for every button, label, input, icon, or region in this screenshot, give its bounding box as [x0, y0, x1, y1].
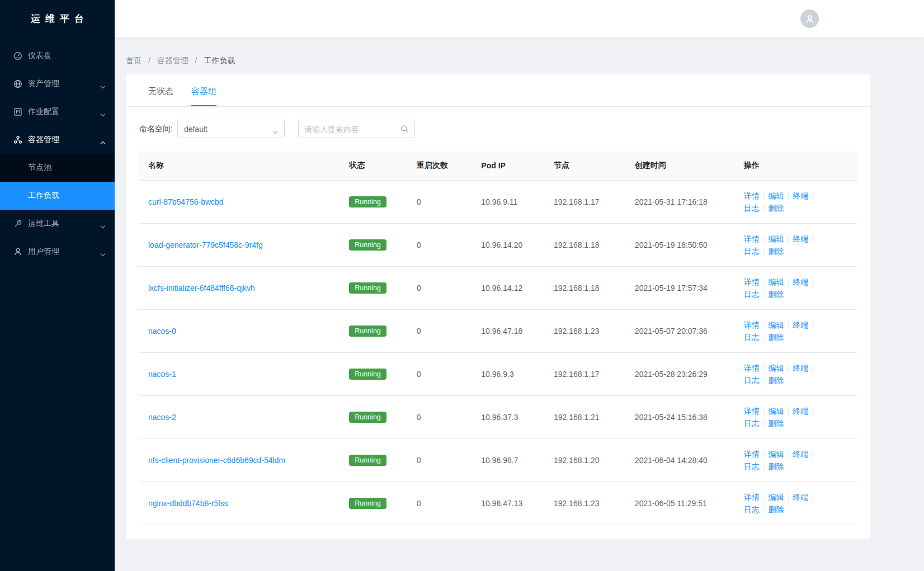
app-logo: 运维平台	[0, 0, 115, 37]
sidebar-item-ops-tools[interactable]: 运维工具	[0, 210, 115, 238]
restart-count: 0	[417, 413, 421, 422]
pod-ip: 10.96.47.18	[481, 327, 522, 336]
content-card: 无状态 容器组 命名空间: default 名称状态重启次数Pod IP节点创建…	[126, 74, 870, 539]
search-input[interactable]	[304, 125, 400, 134]
pod-name-link[interactable]: curl-87b54756-bwcbd	[148, 197, 224, 206]
status-badge: Running	[349, 369, 386, 380]
action-delete[interactable]: 删除	[769, 462, 784, 471]
action-delete[interactable]: 删除	[769, 247, 784, 256]
action-delete[interactable]: 删除	[769, 505, 784, 514]
action-terminal[interactable]: 终端	[793, 450, 808, 459]
action-edit[interactable]: 编辑	[769, 234, 784, 243]
created-time: 2021-05-31 17:16:18	[635, 197, 708, 206]
action-divider: |	[788, 450, 790, 459]
action-divider: |	[763, 376, 765, 385]
action-divider: |	[763, 493, 765, 502]
sidebar-item-assets[interactable]: 资产管理	[0, 70, 115, 98]
action-divider: |	[763, 320, 765, 329]
sidebar-item-node-pool[interactable]: 节点池	[0, 154, 115, 182]
sidebar-item-label: 作业配置	[28, 107, 59, 117]
breadcrumb-home[interactable]: 首页	[126, 56, 142, 65]
action-detail[interactable]: 详情	[744, 493, 760, 502]
pod-name-link[interactable]: lxcfs-initializer-6f484fff68-qjkvh	[148, 284, 255, 292]
sidebar-item-label: 用户管理	[28, 247, 59, 257]
breadcrumb-separator: /	[148, 56, 150, 65]
action-edit[interactable]: 编辑	[769, 364, 784, 372]
action-edit[interactable]: 编辑	[769, 277, 784, 286]
sidebar-item-user-mgmt[interactable]: 用户管理	[0, 238, 115, 266]
action-edit[interactable]: 编辑	[769, 407, 784, 416]
search-icon[interactable]	[400, 125, 409, 133]
pod-ip: 10.96.14.20	[481, 240, 522, 249]
pod-name-link[interactable]: nginx-dbddb74b8-r5lss	[148, 499, 228, 508]
pod-name-link[interactable]: load-generator-779c5f458c-9r4fg	[148, 240, 263, 249]
row-actions: 详情|编辑|终端|日志|删除	[744, 233, 829, 257]
action-edit[interactable]: 编辑	[769, 320, 784, 329]
created-time: 2021-05-28 23:26:29	[635, 370, 708, 379]
pod-name-link[interactable]: nacos-1	[148, 370, 176, 379]
namespace-select[interactable]: default	[177, 120, 285, 138]
action-divider: |	[812, 191, 814, 200]
tab-stateless[interactable]: 无状态	[148, 74, 173, 106]
action-terminal[interactable]: 终端	[793, 407, 808, 416]
action-edit[interactable]: 编辑	[769, 493, 784, 502]
action-delete[interactable]: 删除	[769, 333, 784, 342]
sidebar-item-dashboard[interactable]: 仪表盘	[0, 42, 115, 70]
action-divider: |	[788, 364, 790, 372]
action-delete[interactable]: 删除	[769, 376, 784, 385]
action-detail[interactable]: 详情	[744, 191, 760, 200]
table-row: nginx-dbddb74b8-r5lss Running 0 10.96.47…	[139, 482, 857, 525]
action-logs[interactable]: 日志	[744, 290, 760, 299]
action-detail[interactable]: 详情	[744, 320, 760, 329]
pod-name-link[interactable]: nacos-0	[148, 327, 176, 336]
sidebar-item-workload[interactable]: 工作负载	[0, 182, 115, 210]
action-logs[interactable]: 日志	[744, 333, 760, 342]
action-delete[interactable]: 删除	[769, 290, 784, 299]
container-icon	[13, 135, 22, 144]
table-row: nacos-2 Running 0 10.96.37.3 192.168.1.2…	[139, 396, 857, 439]
action-logs[interactable]: 日志	[744, 247, 760, 256]
action-logs[interactable]: 日志	[744, 376, 760, 385]
pod-name-link[interactable]: nfs-client-provisioner-c6d6b69cd-54ldm	[148, 456, 285, 465]
table-row: nacos-1 Running 0 10.96.9.3 192.168.1.17…	[139, 353, 857, 396]
node-ip: 192.168.1.20	[554, 456, 600, 465]
action-terminal[interactable]: 终端	[793, 234, 808, 243]
pods-table: 名称状态重启次数Pod IP节点创建时间操作 curl-87b54756-bwc…	[139, 151, 857, 525]
sidebar-item-job-config[interactable]: 作业配置	[0, 98, 115, 126]
action-logs[interactable]: 日志	[744, 419, 760, 428]
action-delete[interactable]: 删除	[769, 204, 784, 213]
action-logs[interactable]: 日志	[744, 505, 760, 514]
action-terminal[interactable]: 终端	[793, 364, 808, 372]
tab-pods[interactable]: 容器组	[191, 74, 216, 106]
action-terminal[interactable]: 终端	[793, 320, 808, 329]
action-divider: |	[788, 320, 790, 329]
breadcrumb: 首页 / 容器管理 / 工作负载	[115, 37, 924, 74]
action-divider: |	[788, 407, 790, 416]
action-divider: |	[763, 333, 765, 342]
action-terminal[interactable]: 终端	[793, 277, 808, 286]
sidebar-item-label: 资产管理	[28, 79, 59, 89]
pod-name-link[interactable]: nacos-2	[148, 413, 176, 422]
action-edit[interactable]: 编辑	[769, 191, 784, 200]
action-edit[interactable]: 编辑	[769, 450, 784, 459]
action-detail[interactable]: 详情	[744, 450, 760, 459]
status-badge: Running	[349, 196, 386, 208]
action-detail[interactable]: 详情	[744, 234, 760, 243]
breadcrumb-container-mgmt[interactable]: 容器管理	[157, 56, 188, 65]
action-terminal[interactable]: 终端	[793, 191, 808, 200]
created-time: 2021-05-19 18:50:50	[635, 240, 708, 249]
action-detail[interactable]: 详情	[744, 407, 760, 416]
action-detail[interactable]: 详情	[744, 277, 760, 286]
action-logs[interactable]: 日志	[744, 204, 760, 213]
sidebar-menu: 仪表盘 资产管理 作业配置 容器管理	[0, 37, 115, 266]
action-logs[interactable]: 日志	[744, 462, 760, 471]
action-divider: |	[812, 493, 814, 502]
sidebar-item-label: 工作负载	[28, 191, 59, 201]
action-detail[interactable]: 详情	[744, 364, 760, 372]
pod-ip: 10.96.98.7	[481, 456, 518, 465]
action-terminal[interactable]: 终端	[793, 493, 808, 502]
user-avatar[interactable]	[800, 10, 819, 28]
sidebar-item-container-mgmt[interactable]: 容器管理	[0, 126, 115, 154]
action-delete[interactable]: 删除	[769, 419, 784, 428]
action-divider: |	[812, 277, 814, 286]
